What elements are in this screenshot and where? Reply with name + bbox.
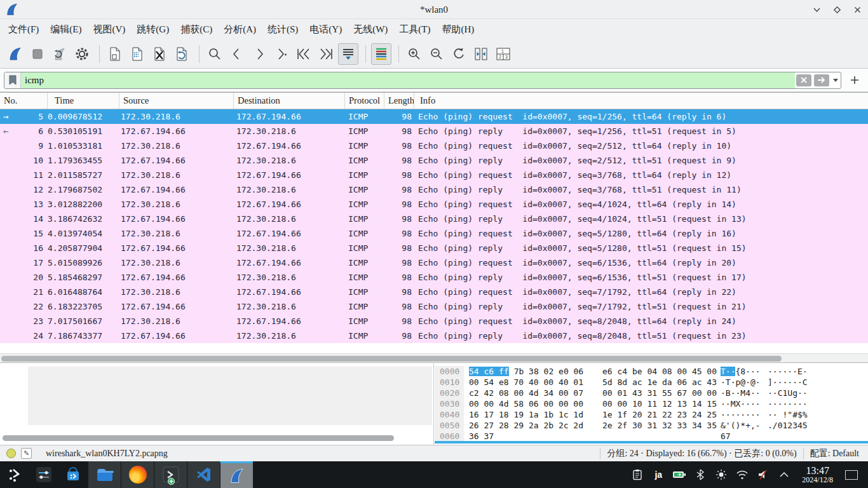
packet-row[interactable]: 14 3.186742632 172.67.194.66 172.30.218.… [0,212,868,226]
packet-row[interactable]: 13 3.012882200 172.30.218.6 172.67.194.6… [0,197,868,212]
menu-item[interactable]: 分析(A) [218,21,262,38]
menu-item[interactable]: 电话(Y) [304,21,348,38]
hex-pane-scrollbar[interactable] [435,441,868,444]
clock[interactable]: 13:47 2024/12/8 [802,465,833,485]
restart-capture-button[interactable] [50,43,70,65]
task-file-manager[interactable] [88,461,121,488]
auto-scroll-button[interactable] [338,43,358,65]
start-capture-button[interactable] [5,43,25,65]
resize-columns-button[interactable] [471,43,491,65]
hex-row[interactable]: 0050 26 27 28 29 2a 2b 2c 2d 2e 2f 30 31… [435,420,868,431]
column-header-no[interactable]: No. [0,93,48,109]
menu-item[interactable]: 跳转(G) [131,21,175,38]
filter-bookmark-icon[interactable] [4,72,21,88]
hex-row[interactable]: 0060 36 37 67 [435,431,868,442]
detail-tree-row[interactable]: Frame 5: 98 bytes on wire (784 bits), 98… [28,367,432,381]
go-last-packet-button[interactable] [316,43,336,65]
save-file-button[interactable] [127,43,147,65]
bluetooth-icon[interactable] [692,466,709,483]
go-first-packet-button[interactable] [294,43,314,65]
minimize-button[interactable] [810,3,824,17]
expand-chevron-icon[interactable] [28,399,76,410]
hex-row[interactable]: 0040 16 17 18 19 1a 1b 1c 1d 1e 1f 20 21… [435,409,868,420]
menu-item[interactable]: 捕获(C) [175,21,218,38]
column-header-protocol[interactable]: Protocol [345,93,384,109]
filter-apply-button[interactable] [814,74,829,86]
go-to-packet-button[interactable] [271,43,292,65]
packet-row[interactable]: 20 5.185468297 172.67.194.66 172.30.218.… [0,270,868,285]
packet-row[interactable]: 22 6.183223705 172.67.194.66 172.30.218.… [0,299,868,314]
expand-chevron-icon[interactable] [28,384,76,396]
menu-item[interactable]: 无线(W) [348,21,393,38]
menu-item[interactable]: 编辑(E) [44,21,87,38]
packet-row[interactable]: 11 2.011585727 172.30.218.6 172.67.194.6… [0,168,868,182]
packet-row[interactable]: 21 6.016488764 172.30.218.6 172.67.194.6… [0,285,868,299]
column-header-source[interactable]: Source [119,93,234,109]
filter-dropdown-caret[interactable] [831,72,841,88]
go-forward-button[interactable] [249,43,269,65]
packet-row[interactable]: 15 4.013974054 172.30.218.6 172.67.194.6… [0,226,868,241]
maximize-button[interactable] [830,3,844,17]
packet-row[interactable]: 10 1.179363455 172.67.194.66 172.30.218.… [0,153,868,168]
zoom-in-button[interactable] [404,43,424,65]
input-method-indicator[interactable]: ja [650,466,667,483]
app-launcher-button[interactable] [0,461,29,488]
find-packet-button[interactable] [205,43,225,65]
hex-row[interactable]: 0010 00 54 e8 70 40 00 40 01 5d 8d ac 1e… [435,377,868,388]
packet-row[interactable]: 23 7.017501667 172.30.218.6 172.67.194.6… [0,314,868,329]
menu-item[interactable]: 文件(F) [3,21,44,38]
column-header-info[interactable]: Info [414,93,868,109]
zoom-reset-button[interactable] [449,43,469,65]
column-header-time[interactable]: Time [48,93,119,109]
colorize-button[interactable] [371,43,391,65]
titlebar[interactable]: *wlan0 [0,0,868,19]
column-header-destination[interactable]: Destination [234,93,345,109]
volume-muted-icon[interactable] [755,466,771,483]
profile-label[interactable]: 配置: Default [810,448,859,459]
task-firefox[interactable] [121,461,154,488]
stop-capture-button[interactable] [27,43,48,65]
open-file-button[interactable] [105,43,125,65]
display-filter-input[interactable] [21,72,795,88]
menu-item[interactable]: 统计(S) [262,21,304,38]
menu-item[interactable]: 帮助(H) [436,21,480,38]
close-file-button[interactable] [149,43,170,65]
packet-row[interactable]: →5 0.009678512 172.30.218.6 172.67.194.6… [0,109,868,124]
packet-row[interactable]: 12 2.179687502 172.67.194.66 172.30.218.… [0,182,868,197]
details-hscrollbar-thumb[interactable] [3,435,394,441]
detail-tree-row[interactable]: Internet Protocol Version 4, Src: 172.30… [28,396,432,410]
battery-icon[interactable] [671,466,688,483]
capture-comment-icon[interactable]: ✎ [21,448,32,459]
task-terminal[interactable] [154,461,187,488]
expert-info-icon[interactable] [6,449,16,458]
expand-chevron-icon[interactable] [28,370,76,381]
packet-row[interactable]: 9 1.010533181 172.30.218.6 172.67.194.66… [0,139,868,153]
expand-chevron-icon[interactable] [28,414,76,425]
filter-clear-button[interactable] [796,74,811,86]
brightness-icon[interactable] [713,466,729,483]
detail-tree-row[interactable]: Internet Control Message Protocol [28,410,432,425]
task-vscode[interactable] [187,461,220,488]
packet-row[interactable]: ←6 0.530105191 172.67.194.66 172.30.218.… [0,124,868,139]
tray-expand-chevron-icon[interactable] [776,466,792,483]
hex-row[interactable]: 0030 00 00 4d 58 06 00 00 00 00 00 10 11… [435,398,868,409]
packet-row[interactable]: 24 7.186743377 172.67.194.66 172.30.218.… [0,329,868,343]
detail-tree-row[interactable]: Ethernet II, Src: HonHaiPrecis_c4:be:04 … [28,381,432,396]
hscrollbar-thumb[interactable] [1,356,782,362]
packet-row[interactable]: 16 4.205877904 172.67.194.66 172.30.218.… [0,241,868,255]
packet-row[interactable]: 17 5.015089926 172.30.218.6 172.67.194.6… [0,255,868,270]
discover-button[interactable] [58,461,88,488]
go-back-button[interactable] [227,43,247,65]
zoom-out-button[interactable] [426,43,447,65]
layout-button[interactable]: 123 [493,43,513,65]
menu-item[interactable]: 视图(V) [88,21,132,38]
close-button[interactable] [850,3,864,17]
capture-options-button[interactable] [72,43,92,65]
hex-row[interactable]: 0000 54 c6 ff7b 38 02 e0 06 e6 c4 be 04 … [435,366,868,377]
system-settings-button[interactable] [29,461,58,488]
menu-item[interactable]: 工具(T) [393,21,436,38]
hex-row[interactable]: 0020 c2 42 08 00 4d 34 00 07 00 01 43 31… [435,388,868,398]
reload-file-button[interactable] [172,43,192,65]
filter-add-button[interactable] [845,72,864,89]
show-desktop-button[interactable] [845,470,858,480]
